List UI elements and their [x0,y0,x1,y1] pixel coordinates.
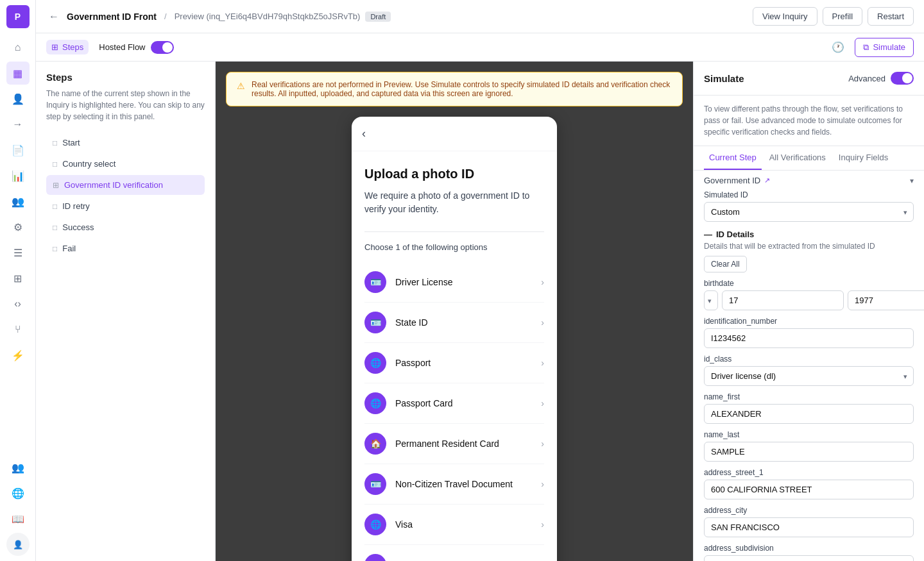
identification-number-label: identification_number [704,317,914,326]
step-label-id-retry: ID retry [62,201,90,211]
non-citizen-travel-doc-icon: 🪪 [364,473,386,495]
address-city-input[interactable] [704,517,914,537]
left-sidebar: P ⌂ ▦ 👤 → 📄 📊 👥 ⚙ ☰ ⊞ ‹› ⑂ ⚡ 👥 🌐 📖 👤 [0,0,36,561]
simulated-id-select-wrap: Custom Pass Fail [704,202,914,222]
sidebar-icon-home[interactable]: ⌂ [6,36,30,59]
simulate-icon: ⧉ [863,42,869,53]
clear-all-button[interactable]: Clear All [704,256,747,272]
simulate-title: Simulate [704,73,744,84]
simulate-button[interactable]: ⧉ Simulate [855,38,914,57]
hosted-flow-toggle-row: Hosted Flow [99,41,173,54]
id-option-visa[interactable]: 🌐 Visa › [364,505,544,545]
visa-label: Visa [395,519,413,530]
address-street-1-label: address_street_1 [704,468,914,477]
birthdate-row: JanuaryFebruaryMarch AprilMayJune JulyAu… [704,290,914,310]
birthdate-day-input[interactable] [722,290,844,310]
address-subdivision-field: address_subdivision [704,544,914,561]
steps-panel-description: The name of the current step shown in th… [46,88,205,122]
view-inquiry-button[interactable]: View Inquiry [753,7,817,26]
name-last-input[interactable] [704,442,914,462]
state-id-label: State ID [395,317,428,328]
sidebar-icon-user[interactable]: 👤 [6,87,30,110]
sidebar-icon-group[interactable]: 👥 [6,190,30,213]
address-subdivision-input[interactable] [704,555,914,561]
sidebar-icon-globe[interactable]: 🌐 [6,481,30,505]
prefill-button[interactable]: Prefill [823,7,863,26]
id-option-work-permit[interactable]: 🪪 Work Permit › [364,545,544,561]
name-first-input[interactable] [704,404,914,424]
id-option-driver-license[interactable]: 🪪 Driver License › [364,262,544,303]
warning-icon: ⚠ [237,81,245,98]
sidebar-icon-branch[interactable]: ⑂ [6,318,30,341]
id-details-title[interactable]: — ID Details [704,222,914,242]
id-class-select-wrap: Driver license (dl) State ID Passport Pa… [704,366,914,386]
id-option-non-citizen-travel-document[interactable]: 🪪 Non-Citizen Travel Document › [364,464,544,505]
birthdate-month-select[interactable]: JanuaryFebruaryMarch AprilMayJune JulyAu… [704,290,718,310]
tab-all-verifications[interactable]: All Verifications [764,146,831,170]
sidebar-item-start[interactable]: □ Start [46,133,205,153]
id-option-passport-card[interactable]: 🌐 Passport Card › [364,383,544,424]
sidebar-item-id-retry[interactable]: □ ID retry [46,196,205,216]
simulated-id-field: Simulated ID Custom Pass Fail [704,190,914,222]
passport-card-label: Passport Card [395,398,452,408]
steps-label: Steps [62,42,83,52]
id-class-select[interactable]: Driver license (dl) State ID Passport Pa… [704,366,914,386]
preview-area: ⚠ Real verifications are not performed i… [216,62,693,561]
phone-back-button[interactable]: ‹ [362,127,366,140]
government-id-row[interactable]: Government ID ↗ ▾ [694,171,924,190]
step-icon-gov-id: ⊞ [53,181,59,190]
address-street-1-field: address_street_1 [704,468,914,499]
tab-inquiry-fields[interactable]: Inquiry Fields [834,146,893,170]
restart-button[interactable]: Restart [868,7,914,26]
id-option-state-id[interactable]: 🪪 State ID › [364,303,544,343]
topbar-draft-badge: Draft [365,12,391,22]
clock-icon-button[interactable]: 🕐 [826,36,850,59]
visa-icon: 🌐 [364,514,386,535]
step-label-fail: Fail [62,244,76,253]
address-street-1-input[interactable] [704,480,914,499]
hosted-flow-toggle[interactable] [151,41,174,54]
sidebar-icon-grid[interactable]: ⊞ [6,267,30,290]
permanent-resident-card-icon: 🏠 [364,433,386,455]
sidebar-item-government-id-verification[interactable]: ⊞ Government ID verification [46,175,205,195]
simulate-description: To view different paths through the flow… [694,96,924,146]
sidebar-icon-settings[interactable]: ⚙ [6,215,30,239]
topbar-actions: View Inquiry Prefill Restart [753,7,914,26]
government-id-label: Government ID ↗ [704,176,770,185]
id-class-label: id_class [704,355,914,364]
sidebar-icon-flow[interactable]: → [6,113,30,136]
tab-steps[interactable]: ⊞ Steps [46,40,89,54]
sidebar-item-country-select[interactable]: □ Country select [46,154,205,174]
steps-panel: Steps The name of the current step shown… [36,62,216,561]
sidebar-icon-list[interactable]: ☰ [6,241,30,264]
step-icon-id-retry: □ [53,202,57,211]
step-label-country-select: Country select [62,159,116,169]
simulated-id-select[interactable]: Custom Pass Fail [704,202,914,222]
sidebar-icon-panel[interactable]: ▦ [6,62,30,85]
advanced-toggle[interactable] [891,72,914,85]
birthdate-year-input[interactable] [848,290,924,310]
id-option-passport[interactable]: 🌐 Passport › [364,343,544,383]
identification-number-input[interactable] [704,328,914,348]
tab-current-step[interactable]: Current Step [704,146,762,170]
sidebar-avatar[interactable]: 👤 [6,533,30,556]
id-option-permanent-resident-card[interactable]: 🏠 Permanent Resident Card › [364,424,544,464]
topbar: ← Government ID Front / Preview (inq_YEi… [36,0,924,33]
sidebar-icon-code[interactable]: ‹› [6,292,30,315]
sidebar-icon-team[interactable]: 👥 [6,456,30,479]
id-details-fields: birthdate JanuaryFebruaryMarch AprilMayJ… [694,279,924,561]
back-button[interactable]: ← [46,8,62,25]
simulated-id-label: Simulated ID [704,190,914,199]
sidebar-icon-doc[interactable]: 📄 [6,138,30,162]
topbar-subtitle: Preview (inq_YEi6q4BVdH79qhStqkbZ5oJSRvT… [175,12,361,21]
collapse-icon: ▾ [910,176,914,185]
sidebar-icon-book[interactable]: 📖 [6,507,30,530]
sidebar-item-success[interactable]: □ Success [46,217,205,237]
sidebar-icon-analytics[interactable]: 📊 [6,164,30,187]
logo-button[interactable]: P [6,5,30,28]
advanced-row: Advanced [848,72,914,85]
address-subdivision-label: address_subdivision [704,544,914,553]
sidebar-item-fail[interactable]: □ Fail [46,239,205,258]
external-link-icon: ↗ [764,176,770,185]
sidebar-icon-bolt[interactable]: ⚡ [6,344,30,367]
